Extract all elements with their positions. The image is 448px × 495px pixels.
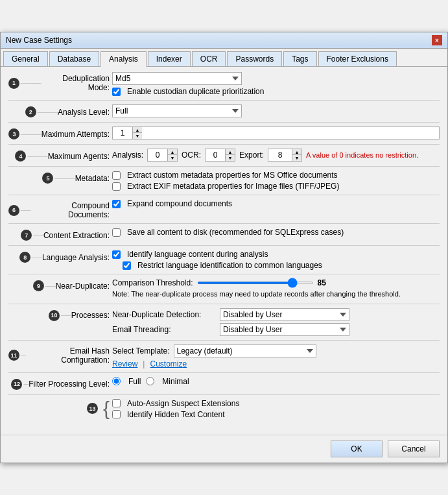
compound-cb[interactable] <box>112 200 121 208</box>
section-max-agents: 4 ──── Maximum Agents: Analysis: ▲ ▼ OCR… <box>8 149 440 167</box>
ocr-label: OCR: <box>182 151 201 160</box>
section-11-label: Email Hash Configuration: <box>26 346 110 365</box>
ok-button[interactable]: OK <box>331 441 383 457</box>
section-1-badge: 1 <box>8 78 19 89</box>
compound-cb-label: Expand compound documents <box>127 199 232 208</box>
content-cb-label: Save all content to disk (recommended fo… <box>127 228 344 237</box>
section-3-controls: ▲ ▼ <box>112 127 440 139</box>
section-compound-docs: 6 ── Compound Documents: Expand compound… <box>8 199 440 224</box>
cancel-button[interactable]: Cancel <box>388 441 440 457</box>
section-2-controls: Full Minimal <box>112 104 440 117</box>
section-1-label: Deduplication Mode: <box>41 74 110 92</box>
analysis-spinner-btns: ▲ ▼ <box>167 149 177 161</box>
section-8-controls: Identify language content during analysi… <box>112 250 440 270</box>
tab-analysis[interactable]: Analysis <box>100 51 147 67</box>
tab-footer-exclusions[interactable]: Footer Exclusions <box>318 51 397 66</box>
export-up[interactable]: ▲ <box>292 149 301 155</box>
section-1-controls: Md5 None SHA1 Enable custodian duplicate… <box>112 72 440 96</box>
section-5-label-col: 5 ──── Metadata: <box>8 171 112 184</box>
section-6-controls: Expand compound documents <box>112 199 440 208</box>
section-4-label: Maximum Agents: <box>48 152 110 161</box>
lang-cb1[interactable] <box>112 250 121 259</box>
section-11-badge: 11 <box>8 350 19 361</box>
section-11-controls: Select Template: Legacy (default) Standa… <box>112 344 440 368</box>
max-attempts-up[interactable]: ▲ <box>133 127 142 133</box>
custodian-label: Enable custodian duplicate prioritizatio… <box>127 87 264 96</box>
max-attempts-down[interactable]: ▼ <box>133 133 142 139</box>
max-attempts-spinner-btns: ▲ ▼ <box>132 127 142 139</box>
section-2-badge: 2 <box>25 106 36 117</box>
export-spinner-btns: ▲ ▼ <box>292 149 301 161</box>
section-9-controls: Comparison Threshold: 85 Note: The near-… <box>112 278 440 299</box>
section-8-label-col: 8 ── Language Analysis: <box>8 250 112 263</box>
ocr-down[interactable]: ▼ <box>226 155 235 161</box>
suspect-ext-cb[interactable] <box>112 399 121 407</box>
metadata-cb2[interactable] <box>112 182 121 191</box>
analysis-up[interactable]: ▲ <box>168 149 177 155</box>
filter-full-radio[interactable] <box>112 377 121 385</box>
ocr-up[interactable]: ▲ <box>226 149 235 155</box>
threshold-row: Comparison Threshold: 85 <box>112 278 440 287</box>
email-thread-select[interactable]: Disabled by User Enabled Disabled <box>220 323 349 336</box>
section-metadata: 5 ──── Metadata: Extract custom metadata… <box>8 171 440 195</box>
customize-link[interactable]: Customize <box>150 359 187 368</box>
export-down[interactable]: ▼ <box>292 155 301 161</box>
export-input[interactable] <box>268 151 292 160</box>
section-10-controls: Near-Duplicate Detection: Disabled by Us… <box>112 308 440 336</box>
custodian-row: Enable custodian duplicate prioritizatio… <box>112 87 440 96</box>
section-6-badge: 6 <box>8 205 19 216</box>
dedup-mode-select[interactable]: Md5 None SHA1 <box>112 72 242 85</box>
section-8-label: Language Analysis: <box>42 253 110 262</box>
section-near-duplicate: 9 ── Near-Duplicate: Comparison Threshol… <box>8 278 440 304</box>
template-row: Select Template: Legacy (default) Standa… <box>112 344 440 357</box>
section-7-controls: Save all content to disk (recommended fo… <box>112 228 440 237</box>
section-12-controls: Full Minimal <box>112 377 440 386</box>
tab-general[interactable]: General <box>3 51 48 66</box>
tab-bar: General Database Analysis Indexer OCR Pa… <box>1 49 447 67</box>
metadata-cb1[interactable] <box>112 171 121 180</box>
close-button[interactable]: × <box>432 35 442 45</box>
max-attempts-input[interactable] <box>113 128 132 138</box>
filter-minimal-radio[interactable] <box>146 377 154 385</box>
section-8-badge: 8 <box>19 252 30 263</box>
section-7-label-col: 7 ── Content Extraction: <box>8 228 112 241</box>
custodian-checkbox[interactable] <box>112 88 121 96</box>
analysis-level-select[interactable]: Full Minimal <box>112 104 242 117</box>
section-10-label: Processes: <box>71 311 110 320</box>
section-5-controls: Extract custom metadata properties for M… <box>112 171 440 191</box>
analysis-input[interactable] <box>148 151 167 160</box>
threshold-slider[interactable] <box>197 282 314 284</box>
section-12-label: Filter Processing Level: <box>29 380 110 389</box>
section-max-attempts: 3 ──── Maximum Attempts: ▲ ▼ <box>8 127 440 145</box>
ocr-input[interactable] <box>206 151 225 160</box>
content-area: 1 ──── Deduplication Mode: Md5 None SHA1… <box>1 67 447 434</box>
tab-indexer[interactable]: Indexer <box>148 51 191 66</box>
window-title: New Case Settings <box>6 36 72 45</box>
section-10-badge: 10 <box>49 310 60 321</box>
tab-tags[interactable]: Tags <box>283 51 316 66</box>
section-9-label: Near-Duplicate: <box>56 282 110 291</box>
agents-row: Analysis: ▲ ▼ OCR: ▲ ▼ <box>112 149 440 162</box>
section-5-badge: 5 <box>42 173 53 184</box>
metadata-cb2-row: Extract EXIF metadata properties for Ima… <box>112 182 440 191</box>
template-select[interactable]: Legacy (default) Standard <box>174 344 316 357</box>
tab-database[interactable]: Database <box>49 51 99 66</box>
metadata-cb1-row: Extract custom metadata properties for M… <box>112 171 440 180</box>
lang-cb2-label: Restrict language identification to comm… <box>137 261 322 270</box>
content-cb[interactable] <box>112 228 121 237</box>
section-12-badge: 12 <box>11 379 22 390</box>
near-dup-detect-label: Near-Duplicate Detection: <box>112 310 216 319</box>
dedup-mode-row: Md5 None SHA1 <box>112 72 440 85</box>
lang-cb2[interactable] <box>123 261 131 270</box>
tab-passwords[interactable]: Passwords <box>227 51 282 66</box>
near-dup-detect-select[interactable]: Disabled by User Enabled Disabled <box>220 308 349 321</box>
section-13-badge: 13 <box>87 403 98 414</box>
tab-ocr[interactable]: OCR <box>192 51 226 66</box>
section-9-label-col: 9 ── Near-Duplicate: <box>8 278 112 291</box>
section-9-badge: 9 <box>33 280 44 291</box>
hidden-text-cb[interactable] <box>112 410 121 418</box>
analysis-down[interactable]: ▼ <box>168 155 177 161</box>
review-link[interactable]: Review <box>112 359 137 368</box>
section-5-label: Metadata: <box>75 174 110 183</box>
section-analysis-level: 2 ──── Analysis Level: Full Minimal <box>8 104 440 123</box>
